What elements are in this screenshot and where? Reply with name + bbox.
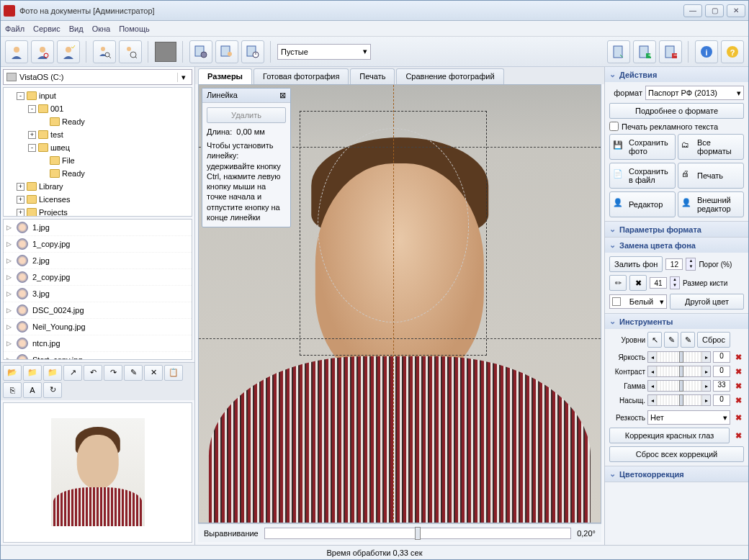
reset-all-button[interactable]: Сброс всех коррекций <box>609 446 744 462</box>
paste-icon[interactable]: 📋 <box>164 365 183 381</box>
other-color-button[interactable]: Другой цвет <box>670 294 744 310</box>
close-icon[interactable]: ⊠ <box>279 91 286 100</box>
tab-ready-photo[interactable]: Готовая фотография <box>254 68 349 84</box>
brush-size-input[interactable] <box>650 277 667 289</box>
file-item[interactable]: ▷Start_copy.jpg <box>4 352 192 360</box>
bg-color-select[interactable]: Белый▾ <box>609 294 667 309</box>
external-editor-button[interactable]: 👤Внешний редактор <box>678 191 744 217</box>
copy-icon[interactable]: ⎘ <box>3 382 22 398</box>
folder-open-icon[interactable]: 📂 <box>3 365 22 381</box>
maximize-button[interactable]: ▢ <box>705 4 724 17</box>
drive-select[interactable]: VistaOS (C:) ▾ <box>3 69 192 85</box>
actions-header[interactable]: ⌄Действия <box>605 67 748 82</box>
tree-item[interactable]: -input <box>5 89 190 102</box>
tool-list-person[interactable] <box>215 40 238 63</box>
edit-icon[interactable]: ✎ <box>124 365 143 381</box>
sharpness-select[interactable]: Нет▾ <box>647 410 730 425</box>
menu-file[interactable]: Файл <box>5 24 24 33</box>
format-more-button[interactable]: Подробнее о формате <box>609 103 744 119</box>
tree-item[interactable]: Ready <box>5 167 190 180</box>
tool-doc-remove[interactable]: − <box>659 40 682 63</box>
bg-header[interactable]: ⌄Замена цвета фона <box>605 238 748 253</box>
threshold-input[interactable] <box>665 258 683 270</box>
delete-icon[interactable]: ✖ <box>732 394 744 406</box>
brush-tool-1[interactable]: ✏ <box>609 275 627 291</box>
file-item[interactable]: ▷3.jpg <box>4 286 192 302</box>
delete-icon[interactable]: ✖ <box>732 430 744 441</box>
file-item[interactable]: ▷1_copy.jpg <box>4 236 192 253</box>
file-item[interactable]: ▷2.jpg <box>4 253 192 269</box>
redeye-button[interactable]: Коррекция красных глаз <box>609 428 730 443</box>
delete-icon[interactable]: ✖ <box>732 351 744 363</box>
tool-search-person[interactable] <box>93 40 116 63</box>
brush-spinner[interactable]: ▲▼ <box>670 276 680 289</box>
delete-icon[interactable]: ✖ <box>732 380 744 392</box>
menu-view[interactable]: Вид <box>69 24 84 33</box>
tab-sizes[interactable]: Размеры <box>198 68 252 84</box>
tool-list-clock[interactable] <box>241 40 264 63</box>
slider[interactable]: ◂▸ <box>647 351 711 363</box>
export-icon[interactable]: ↗ <box>63 365 82 381</box>
close-button[interactable]: ✕ <box>727 4 745 17</box>
levels-picker-3[interactable]: ✎ <box>681 332 695 348</box>
tree-item[interactable]: +Licenses <box>5 193 190 206</box>
slider[interactable]: ◂▸ <box>647 366 711 377</box>
slider[interactable]: ◂▸ <box>647 380 711 392</box>
editor-button[interactable]: 👤Редактор <box>609 191 676 217</box>
file-item[interactable]: ▷2_copy.jpg <box>4 269 192 286</box>
rotate-left-icon[interactable]: ↶ <box>84 365 102 381</box>
colorcorr-header[interactable]: ⌄Цветокоррекция <box>605 466 748 482</box>
tree-item[interactable]: +test <box>5 128 190 141</box>
tree-item[interactable]: +Library <box>5 180 190 193</box>
print-button[interactable]: 🖨Печать <box>678 163 744 189</box>
params-header[interactable]: ⌄Параметры формата <box>605 222 748 237</box>
ruler-delete-button[interactable]: Удалить <box>207 107 286 123</box>
tool-list-gear[interactable] <box>189 40 212 63</box>
align-slider[interactable] <box>264 528 571 539</box>
tool-color-swatch[interactable] <box>155 42 176 62</box>
levels-reset-button[interactable]: Сброс <box>697 332 730 348</box>
tree-item[interactable]: -швец <box>5 141 190 154</box>
face-oval[interactable] <box>318 128 469 322</box>
refresh-icon[interactable]: ↻ <box>43 382 62 398</box>
levels-picker-1[interactable]: ↖ <box>647 332 662 348</box>
file-item[interactable]: ▷DSC_0024.jpg <box>4 302 192 319</box>
menu-windows[interactable]: Окна <box>92 24 111 33</box>
all-formats-button[interactable]: 🗂Все форматы <box>678 134 744 160</box>
delete-icon[interactable]: ✖ <box>732 412 744 423</box>
tab-print[interactable]: Печать <box>350 68 395 84</box>
fill-bg-button[interactable]: Залить фон <box>609 256 663 272</box>
tool-doc-1[interactable] <box>607 40 630 63</box>
folder-tree[interactable]: -input-001Ready+test-швецFileReady+Libra… <box>3 87 192 217</box>
menu-service[interactable]: Сервис <box>33 24 60 33</box>
text-icon[interactable]: A <box>23 382 42 398</box>
levels-picker-2[interactable]: ✎ <box>664 332 678 348</box>
brush-tool-2[interactable]: ✖ <box>629 275 647 291</box>
toolbar-dropdown[interactable]: Пустые▾ <box>277 44 371 60</box>
tool-doc-add[interactable]: + <box>633 40 656 63</box>
ad-text-checkbox[interactable]: Печать рекламного текста <box>609 122 744 131</box>
file-item[interactable]: ▷1.jpg <box>4 220 192 236</box>
canvas[interactable]: Линейка ⊠ Удалить Длина:0,00 мм Чтобы ус… <box>198 84 601 523</box>
save-file-button[interactable]: 📄Сохранить в файл <box>609 163 676 189</box>
delete-icon[interactable]: ✕ <box>144 365 163 381</box>
info-button[interactable]: i <box>695 40 718 63</box>
threshold-spinner[interactable]: ▲▼ <box>686 258 696 271</box>
file-item[interactable]: ▷ntcn.jpg <box>4 335 192 352</box>
help-button[interactable]: ? <box>721 40 744 63</box>
tool-person-2[interactable] <box>31 40 54 63</box>
save-photo-button[interactable]: 💾Сохранить фото <box>609 134 676 160</box>
tree-item[interactable]: File <box>5 154 190 167</box>
tool-person-1[interactable] <box>5 40 28 63</box>
tool-search-person-2[interactable] <box>119 40 142 63</box>
menu-help[interactable]: Помощь <box>119 24 150 33</box>
rotate-right-icon[interactable]: ↷ <box>104 365 122 381</box>
tree-item[interactable]: +Projects <box>5 206 190 217</box>
delete-icon[interactable]: ✖ <box>732 366 744 377</box>
tree-item[interactable]: Ready <box>5 115 190 128</box>
tab-compare[interactable]: Сравнение фотографий <box>396 68 503 84</box>
minimize-button[interactable]: — <box>683 4 702 17</box>
tree-item[interactable]: -001 <box>5 102 190 115</box>
file-item[interactable]: ▷Neil_Young.jpg <box>4 319 192 335</box>
file-list[interactable]: ▷1.jpg▷1_copy.jpg▷2.jpg▷2_copy.jpg▷3.jpg… <box>3 219 192 360</box>
